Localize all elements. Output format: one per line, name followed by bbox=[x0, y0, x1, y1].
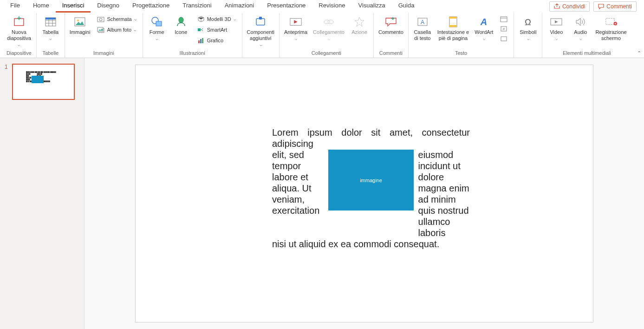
svg-text:#: # bbox=[503, 27, 505, 31]
slide-text-content[interactable]: Lorem ipsum dolor sit amet, consectetur … bbox=[272, 127, 470, 250]
tab-animazioni[interactable]: Animazioni bbox=[218, 0, 261, 13]
tab-visualizza[interactable]: Visualizza bbox=[351, 0, 391, 13]
screen-recording-button[interactable]: Registrazione schermo bbox=[595, 13, 626, 41]
icons-button[interactable]: Icone bbox=[172, 13, 190, 35]
date-time-button[interactable] bbox=[499, 14, 509, 24]
group-label-elementi: Elementi multimediali bbox=[547, 49, 626, 58]
slide-thumbnail-1[interactable]: ████ ████ ███ ██ ███ ██████ ████████ ██ … bbox=[12, 64, 75, 100]
chevron-down-icon: ⌵ bbox=[527, 36, 529, 41]
header-footer-button[interactable]: Intestazione e piè di pagina bbox=[437, 13, 469, 41]
wordart-button[interactable]: A WordArt ⌵ bbox=[475, 13, 493, 41]
group-illustrazioni: Forme ⌵ Icone Modelli 3D ⌵ SmartArt bbox=[143, 13, 242, 58]
slide-text-last-line: nisi ut aliquid ex ea commodi consequat. bbox=[272, 238, 470, 250]
screen-recording-label: Registrazione schermo bbox=[595, 29, 626, 41]
audio-label: Audio bbox=[574, 29, 587, 35]
icons-label: Icone bbox=[175, 29, 187, 35]
group-label-collegamenti: Collegamenti bbox=[284, 49, 369, 58]
symbols-label: Simboli bbox=[520, 29, 536, 35]
svg-text:A: A bbox=[421, 19, 424, 26]
svg-rect-15 bbox=[256, 19, 265, 25]
photo-album-button[interactable]: Album foto ⌵ bbox=[96, 25, 137, 34]
svg-rect-16 bbox=[259, 17, 262, 20]
images-label: Immagini bbox=[70, 29, 91, 35]
addins-button[interactable]: Componenti aggiuntivi ⌵ bbox=[247, 13, 274, 47]
group-label-commenti: Commenti bbox=[378, 49, 403, 58]
screenshot-button[interactable]: Schermata ⌵ bbox=[96, 14, 137, 24]
wordart-label: WordArt bbox=[475, 29, 493, 35]
thumbnail-pane: 1 ████ ████ ███ ██ ███ ██████ ████████ █… bbox=[0, 58, 85, 329]
group-immagini: Immagini Schermata ⌵ Album foto ⌵ Immagi… bbox=[65, 13, 143, 58]
tab-transizioni[interactable]: Transizioni bbox=[176, 0, 218, 13]
chevron-down-icon: ⌵ bbox=[156, 36, 158, 41]
textbox-label: Casella di testo bbox=[414, 29, 431, 41]
comment-button[interactable]: Commento bbox=[378, 13, 403, 35]
slide-image-placeholder[interactable]: immagine bbox=[328, 150, 413, 211]
chevron-down-icon: ⌵ bbox=[49, 36, 52, 41]
group-label-immagini: Immagini bbox=[70, 49, 138, 58]
group-label-simboli bbox=[519, 55, 537, 58]
group-label-componenti bbox=[247, 55, 274, 58]
share-button[interactable]: Condividi bbox=[549, 1, 590, 12]
svg-rect-24 bbox=[449, 25, 457, 27]
group-label-illustrazioni: Illustrazioni bbox=[148, 49, 237, 58]
object-button[interactable] bbox=[499, 34, 509, 43]
addins-label: Componenti aggiuntivi bbox=[247, 29, 274, 41]
group-diapositive: Nuova diapositiva ⌵ Diapositive bbox=[2, 13, 37, 58]
tab-inserisci[interactable]: Inserisci bbox=[56, 0, 91, 13]
chevron-down-icon: ⌵ bbox=[483, 36, 485, 41]
textbox-button[interactable]: A Casella di testo bbox=[413, 13, 432, 41]
tab-disegno[interactable]: Disegno bbox=[91, 0, 126, 13]
slide-number-button[interactable]: # bbox=[499, 24, 509, 33]
chart-button[interactable]: Grafico bbox=[196, 36, 237, 45]
audio-button[interactable]: Audio ⌵ bbox=[571, 13, 590, 41]
chevron-down-icon: ⌵ bbox=[295, 36, 297, 41]
preview-button[interactable]: Anteprima ⌵ bbox=[284, 13, 307, 41]
group-label-tabelle: Tabelle bbox=[41, 49, 60, 58]
chevron-down-icon: ⌵ bbox=[134, 27, 136, 32]
svg-text:Ω: Ω bbox=[525, 18, 531, 27]
menu-tabs: File Home Inserisci Disegno Progettazion… bbox=[0, 0, 644, 13]
action-button[interactable]: Azione bbox=[350, 13, 369, 35]
svg-rect-2 bbox=[46, 18, 56, 20]
shapes-label: Forme bbox=[150, 29, 164, 35]
new-slide-button[interactable]: Nuova diapositiva ⌵ bbox=[7, 13, 31, 47]
tab-progettazione[interactable]: Progettazione bbox=[126, 0, 176, 13]
svg-rect-26 bbox=[501, 17, 507, 22]
models3d-button[interactable]: Modelli 3D ⌵ bbox=[196, 14, 237, 24]
link-button[interactable]: Collegamento ⌵ bbox=[313, 13, 345, 41]
group-elementi: Video ⌵ Audio ⌵ Registrazione schermo El… bbox=[542, 13, 631, 58]
group-label-testo: Testo bbox=[413, 49, 509, 58]
tab-presentazione[interactable]: Presentazione bbox=[260, 0, 312, 13]
video-button[interactable]: Video ⌵ bbox=[547, 13, 566, 41]
images-button[interactable]: Immagini bbox=[70, 13, 91, 35]
link-label: Collegamento bbox=[313, 29, 345, 35]
slide-editor-area[interactable]: Lorem ipsum dolor sit amet, consectetur … bbox=[85, 58, 644, 329]
svg-rect-29 bbox=[501, 37, 507, 41]
tab-file[interactable]: File bbox=[4, 0, 26, 13]
svg-rect-23 bbox=[449, 17, 457, 19]
table-button[interactable]: Tabella ⌵ bbox=[41, 13, 60, 41]
comments-button[interactable]: Commenti bbox=[593, 1, 637, 12]
svg-point-4 bbox=[77, 20, 79, 21]
comments-label: Commenti bbox=[606, 3, 632, 10]
group-collegamenti: Anteprima ⌵ Collegamento ⌵ Azione Colleg… bbox=[280, 13, 374, 58]
chart-label: Grafico bbox=[207, 38, 223, 43]
svg-rect-10 bbox=[156, 21, 162, 26]
slide-canvas[interactable]: Lorem ipsum dolor sit amet, consectetur … bbox=[135, 65, 593, 322]
share-label: Condividi bbox=[562, 3, 585, 10]
tab-guida[interactable]: Guida bbox=[392, 0, 421, 13]
slide-text-right-col: eiusmod incidunt ut dolore magna enim ad… bbox=[414, 149, 470, 238]
tab-revisione[interactable]: Revisione bbox=[312, 0, 351, 13]
action-label: Azione bbox=[351, 29, 367, 35]
share-icon bbox=[554, 3, 560, 9]
preview-label: Anteprima bbox=[284, 29, 307, 35]
symbols-button[interactable]: Ω Simboli ⌵ bbox=[519, 13, 537, 41]
smartart-button[interactable]: SmartArt bbox=[196, 25, 237, 34]
svg-point-6 bbox=[99, 18, 102, 21]
slide-text-line1: Lorem ipsum dolor sit amet, consectetur … bbox=[272, 127, 470, 149]
comment-label: Commento bbox=[378, 29, 403, 35]
collapse-ribbon-button[interactable]: ⌃ bbox=[637, 50, 641, 56]
tab-home[interactable]: Home bbox=[26, 0, 56, 13]
shapes-button[interactable]: Forme ⌵ bbox=[148, 13, 166, 41]
svg-rect-14 bbox=[202, 38, 203, 43]
